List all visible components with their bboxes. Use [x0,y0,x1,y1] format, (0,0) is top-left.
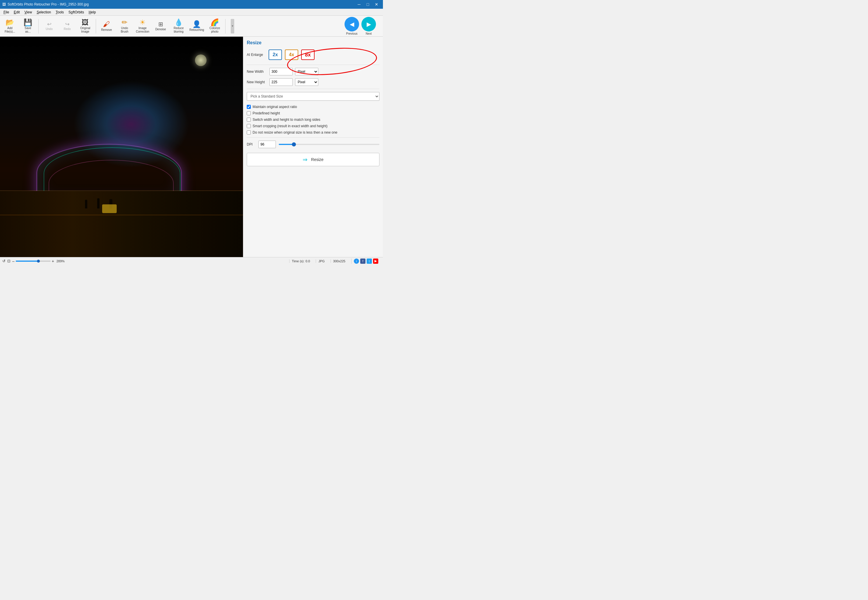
switch-width-height-label[interactable]: Switch width and height to match long si… [253,118,321,122]
new-height-input[interactable] [269,78,293,86]
menu-help[interactable]: Help [86,10,98,15]
undo-brush-button[interactable]: ✏ UndoBrush [116,17,133,35]
main-area: Resize AI Enlarge 2x 4x 8x New Width Pix… [0,37,383,257]
save-as-icon: 💾 [24,19,32,26]
redo-button[interactable]: ↪ Redo [59,17,76,35]
menu-selection[interactable]: Selection [34,10,53,15]
menu-bar: File Edit View Selection Tools SoftOrbit… [0,9,383,16]
redo-icon: ↪ [65,21,70,27]
title-bar: 🖼 SoftOrbits Photo Retoucher Pro - IMG_2… [0,0,383,9]
save-as-label: Saveas... [25,26,32,33]
format-section: JPG [316,259,327,263]
social-icons-section: i f t ▶ [351,259,381,264]
no-resize-label[interactable]: Do not resize when original size is less… [253,130,337,135]
predefined-height-checkbox[interactable] [247,111,251,115]
panel-title: Resize [247,40,380,45]
close-button[interactable]: ✕ [372,1,381,8]
menu-view[interactable]: View [22,10,34,15]
retouching-label: Retouching [189,28,204,32]
title-bar-text: SoftOrbits Photo Retoucher Pro - IMG_295… [8,2,89,6]
save-as-button[interactable]: 💾 Saveas... [19,17,37,35]
dpi-slider-thumb[interactable] [292,142,296,147]
resize-arrow-icon: ⇒ [302,156,308,163]
zoom-slider-thumb[interactable] [37,260,40,262]
youtube-icon[interactable]: ▶ [373,259,378,264]
dpi-label: DPI [247,142,256,147]
menu-file[interactable]: File [1,10,11,15]
add-files-icon: 📂 [6,19,14,26]
title-bar-left: 🖼 SoftOrbits Photo Retoucher Pro - IMG_2… [2,2,89,6]
image-correction-icon: ☀ [139,19,146,26]
reduce-blurring-label: Reduce blurring [171,26,187,33]
previous-button[interactable]: ◀ [345,17,359,32]
new-height-row: New Height Pixel Percent Inch cm [247,78,380,86]
right-panel: Resize AI Enlarge 2x 4x 8x New Width Pix… [243,37,383,257]
status-left: ↺ ⊡ – + 289% [2,259,289,264]
time-section: Time (s): 0.0 [289,259,312,263]
remove-button[interactable]: 🖌 Remove [98,17,115,35]
status-right: Time (s): 0.0 JPG 300x225 i f t ▶ [289,259,381,264]
colorize-photo-icon: 🌈 [210,19,219,26]
maintain-aspect-checkbox[interactable] [247,105,251,109]
smart-cropping-label[interactable]: Smart cropping (result in exact width an… [253,124,327,128]
ai-enlarge-label: AI Enlarge [247,53,266,57]
colorize-photo-button[interactable]: 🌈 Colorizephoto [206,17,224,35]
time-label: Time (s): [292,259,304,263]
menu-edit[interactable]: Edit [11,10,22,15]
remove-icon: 🖌 [103,21,110,28]
canvas-image [0,37,243,257]
maintain-aspect-label[interactable]: Maintain original aspect ratio [253,105,297,109]
new-width-unit-select[interactable]: Pixel Percent Inch cm [295,68,318,76]
dpi-slider-wrapper[interactable] [279,141,380,147]
previous-label: Previous [346,32,358,35]
next-button[interactable]: ▶ [361,17,376,32]
checkbox-maintain-aspect: Maintain original aspect ratio [247,105,380,109]
zoom-in-button[interactable]: + [52,259,54,264]
enlarge-8x-button[interactable]: 8x [301,50,315,60]
file-format: JPG [318,259,324,263]
divider-1 [247,65,380,65]
crop-icon: ⊡ [7,259,11,263]
image-correction-button[interactable]: ☀ ImageCorrection [134,17,151,35]
denoise-label: Denoise [156,28,166,31]
original-image-label: OriginalImage [80,26,90,33]
reduce-blurring-button[interactable]: 💧 Reduce blurring [170,17,188,35]
no-resize-checkbox[interactable] [247,130,251,135]
zoom-out-button[interactable]: – [12,259,15,264]
dpi-input[interactable] [259,141,276,148]
new-height-unit-select[interactable]: Pixel Percent Inch cm [295,78,318,86]
standard-size-select[interactable]: Pick a Standard Size [247,92,380,101]
enlarge-2x-button[interactable]: 2x [269,50,282,60]
menu-softorbits[interactable]: SoftOrbits [66,10,86,15]
toolbar-sep-2 [96,19,96,33]
new-width-label: New Width [247,70,267,74]
add-files-button[interactable]: 📂 AddFile(s)... [1,17,19,35]
twitter-icon[interactable]: t [367,259,372,264]
switch-width-height-checkbox[interactable] [247,118,251,122]
info-icon[interactable]: i [354,259,359,264]
reduce-blurring-icon: 💧 [174,19,183,26]
maximize-button[interactable]: □ [364,1,372,8]
new-width-input[interactable] [269,68,293,76]
time-value: 0.0 [305,259,310,263]
menu-tools[interactable]: Tools [53,10,66,15]
denoise-icon: ⊞ [158,21,163,27]
smart-cropping-checkbox[interactable] [247,124,251,128]
zoom-slider[interactable] [16,261,51,262]
minimize-button[interactable]: ─ [355,1,363,8]
undo-button[interactable]: ↩ Undo [41,17,58,35]
resize-button[interactable]: ⇒ Resize [247,153,380,166]
enlarge-4x-button[interactable]: 4x [285,50,298,60]
original-image-button[interactable]: 🖼 OriginalImage [77,17,94,35]
zoom-percent: 289% [56,259,65,263]
toolbar-sep-3 [225,19,225,33]
predefined-height-label[interactable]: Predefined height [253,111,280,115]
facebook-icon[interactable]: f [360,259,366,264]
canvas-area[interactable] [0,37,243,257]
checkbox-no-resize: Do not resize when original size is less… [247,130,380,135]
checkbox-switch-width-height: Switch width and height to match long si… [247,118,380,122]
retouching-icon: 👤 [192,21,201,28]
retouching-button[interactable]: 👤 Retouching [188,17,206,35]
denoise-button[interactable]: ⊞ Denoise [152,17,169,35]
dpi-slider-track [279,144,380,145]
